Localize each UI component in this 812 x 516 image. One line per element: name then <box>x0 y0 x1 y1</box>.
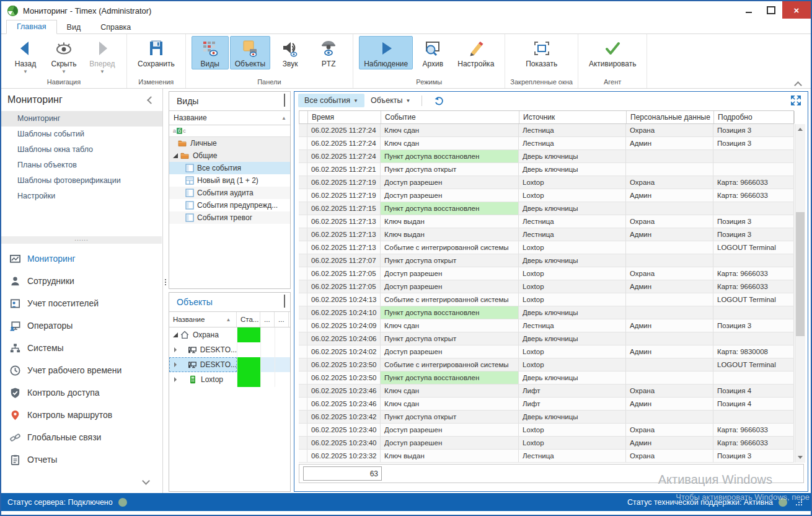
views-tree-item[interactable]: События тревог <box>169 211 290 224</box>
table-row[interactable]: 06.02.2025 10:24:13Событие с интегрирова… <box>299 293 794 306</box>
events-table-header[interactable]: ВремяСобытиеИсточникПерсональные данныеП… <box>299 110 794 124</box>
sidebar-section-item[interactable]: Шаблоны фотоверификации <box>1 173 162 189</box>
minimize-button[interactable] <box>738 1 760 19</box>
table-row[interactable]: 06.02.2025 11:27:21Пункт доступа открытД… <box>299 163 794 176</box>
objects-column-header[interactable]: Ста... <box>237 312 260 327</box>
views-tree-item[interactable]: События аудита <box>169 187 290 199</box>
views-filter-row[interactable]: абс <box>169 125 290 137</box>
ribbon-button[interactable]: Звук <box>271 36 309 69</box>
table-row[interactable]: 06.02.2025 10:23:40Доступ разрешенLoxtop… <box>299 424 794 437</box>
table-row[interactable]: 06.02.2025 11:27:19Доступ разрешенLoxtop… <box>299 176 794 189</box>
ribbon-button[interactable]: Настройка <box>452 36 499 69</box>
sidebar-collapse-button[interactable] <box>148 94 154 105</box>
objects-tree-name-cell[interactable]: DESKTO... <box>169 357 237 372</box>
table-row[interactable]: 06.02.2025 10:23:40Доступ разрешенLoxtop… <box>299 437 794 450</box>
table-row[interactable]: 06.02.2025 11:27:05Доступ разрешенLoxtop… <box>299 267 794 280</box>
table-row[interactable]: 06.02.2025 10:24:02Доступ разрешенLoxtop… <box>299 345 794 358</box>
table-row[interactable]: 06.02.2025 11:27:19Доступ разрешенLoxtop… <box>299 189 794 202</box>
ribbon-button[interactable]: Вперед▼ <box>84 36 121 76</box>
tree-collapsed-icon[interactable] <box>174 347 179 352</box>
ribbon-button[interactable]: Активировать <box>584 36 641 69</box>
sidebar-item-reports[interactable]: Отчеты <box>1 448 162 471</box>
table-row[interactable]: 06.02.2025 10:23:46Ключ сданЛифтАдминПоз… <box>299 398 794 411</box>
objects-column-headers[interactable]: Название ▲Ста......... <box>169 311 290 327</box>
table-column-header[interactable]: Событие <box>381 111 519 123</box>
ribbon-button[interactable]: PTZ <box>310 36 347 69</box>
close-button[interactable]: × <box>782 1 811 19</box>
table-row[interactable]: 06.02.2025 11:27:13Ключ выданЛестницаАдм… <box>299 228 794 241</box>
ribbon-button[interactable]: Показать <box>521 36 562 69</box>
sidebar-item-visitors[interactable]: Учет посетителей <box>1 292 162 314</box>
sidebar-section-item[interactable]: Шаблоны окна табло <box>1 142 162 158</box>
sidebar-splitter[interactable]: ...... <box>1 236 162 244</box>
scroll-up-button[interactable] <box>795 124 805 134</box>
objects-column-header[interactable]: ... <box>260 312 275 327</box>
undo-button[interactable] <box>427 92 451 109</box>
tree-collapsed-icon[interactable] <box>174 377 179 382</box>
ribbon-button[interactable]: Сохранить <box>133 36 180 69</box>
table-row[interactable]: 06.02.2025 10:23:46Ключ сданЛифтОхранаПо… <box>299 385 794 398</box>
ribbon-tab[interactable]: Главная <box>6 20 57 34</box>
table-row[interactable]: 06.02.2025 10:23:42Пункт доступа открытД… <box>299 411 794 424</box>
sidebar-item-routes[interactable]: Контроль маршрутов <box>1 404 162 426</box>
tree-expanded-icon[interactable] <box>173 153 178 158</box>
tree-collapsed-icon[interactable] <box>174 362 179 367</box>
ribbon-button[interactable]: Назад▼ <box>7 36 44 76</box>
sidebar-item-links[interactable]: Глобальные связи <box>1 426 162 448</box>
table-row[interactable]: 06.02.2025 11:27:24Пункт доступа восстан… <box>299 150 794 163</box>
table-row[interactable]: 06.02.2025 10:23:50Событие с интегрирова… <box>299 358 794 371</box>
table-column-header[interactable]: Источник <box>519 111 627 123</box>
sidebar-item-monitoring[interactable]: Мониторинг <box>1 247 162 270</box>
objects-tree-item[interactable]: Охрана <box>169 327 290 342</box>
scrollbar-thumb[interactable] <box>796 212 805 336</box>
objects-tree-item[interactable]: Loxtop <box>169 372 290 387</box>
table-row[interactable]: 06.02.2025 10:24:09Ключ сданЛестницаАдми… <box>299 319 794 332</box>
table-row[interactable]: 06.02.2025 11:27:07Пункт доступа открытД… <box>299 254 794 267</box>
views-tree-item[interactable]: Личные <box>169 137 290 149</box>
sidebar-section-item[interactable]: Планы объектов <box>1 158 162 173</box>
views-tree-item[interactable]: Общие <box>169 149 290 162</box>
objects-panel-float-button[interactable] <box>284 296 285 308</box>
table-row[interactable]: 06.02.2025 10:24:06Пункт доступа открытД… <box>299 332 794 345</box>
table-row[interactable]: 06.02.2025 11:27:05Доступ разрешенLoxtop… <box>299 280 794 293</box>
table-vertical-scrollbar[interactable] <box>795 124 805 463</box>
ribbon-tab[interactable]: Вид <box>57 21 91 34</box>
table-column-header[interactable]: Персональные данные <box>627 111 714 123</box>
sidebar-section-item[interactable]: Шаблоны событий <box>1 127 162 142</box>
views-tree-item[interactable]: Все события <box>169 162 290 174</box>
objects-tree-name-cell[interactable]: Охрана <box>169 327 237 342</box>
ribbon-button[interactable]: Скрыть▼ <box>45 36 82 76</box>
objects-column-header[interactable]: ... <box>275 312 289 327</box>
scroll-down-button[interactable] <box>795 453 805 463</box>
ribbon-button[interactable]: Архив <box>414 36 451 69</box>
ribbon-tab[interactable]: Справка <box>90 21 141 34</box>
ribbon-button[interactable]: Наблюдение <box>359 36 413 69</box>
ribbon-collapse-button[interactable] <box>795 79 801 91</box>
objects-column-header[interactable]: Название ▲ <box>169 312 237 327</box>
all-events-dropdown[interactable]: Все события ▼ <box>298 94 364 107</box>
ribbon-button[interactable]: Объекты <box>230 36 271 69</box>
table-column-header[interactable]: Время <box>308 111 381 123</box>
table-row[interactable]: 06.02.2025 10:23:32Ключ выданЛестницаОхр… <box>299 450 794 463</box>
views-tree-item[interactable]: События предупрежд... <box>169 199 290 211</box>
table-row[interactable]: 06.02.2025 11:27:13Ключ выданЛестницаОхр… <box>299 215 794 228</box>
fullscreen-button[interactable] <box>790 95 801 106</box>
objects-tree-name-cell[interactable]: Loxtop <box>169 372 237 387</box>
table-row[interactable]: 06.02.2025 11:27:24Ключ сданЛестницаОхра… <box>299 124 794 137</box>
views-column-header[interactable]: Название ▲ <box>169 110 290 125</box>
sidebar-section-item[interactable]: Мониторинг <box>1 111 162 127</box>
sidebar-item-worktime[interactable]: Учет рабочего времени <box>1 359 162 381</box>
views-tree-item[interactable]: Новый вид (1 + 2) <box>169 174 290 187</box>
table-row[interactable]: 06.02.2025 11:27:24Ключ сданЛестницаАдми… <box>299 137 794 150</box>
tree-expanded-icon[interactable] <box>173 332 178 337</box>
sidebar-section-item[interactable]: Настройки <box>1 189 162 204</box>
views-panel-float-button[interactable] <box>284 96 285 107</box>
sidebar-item-operators[interactable]: Операторы <box>1 314 162 337</box>
maximize-button[interactable] <box>760 1 782 19</box>
vertical-splitter[interactable] <box>163 89 169 494</box>
table-row[interactable]: 06.02.2025 11:27:15Пункт доступа восстан… <box>299 202 794 215</box>
objects-tree-item[interactable]: DESKTO... <box>169 357 290 372</box>
table-row[interactable]: 06.02.2025 10:23:50Пункт доступа восстан… <box>299 371 794 385</box>
sidebar-item-employees[interactable]: Сотрудники <box>1 270 162 292</box>
sidebar-item-systems[interactable]: Системы <box>1 337 162 359</box>
